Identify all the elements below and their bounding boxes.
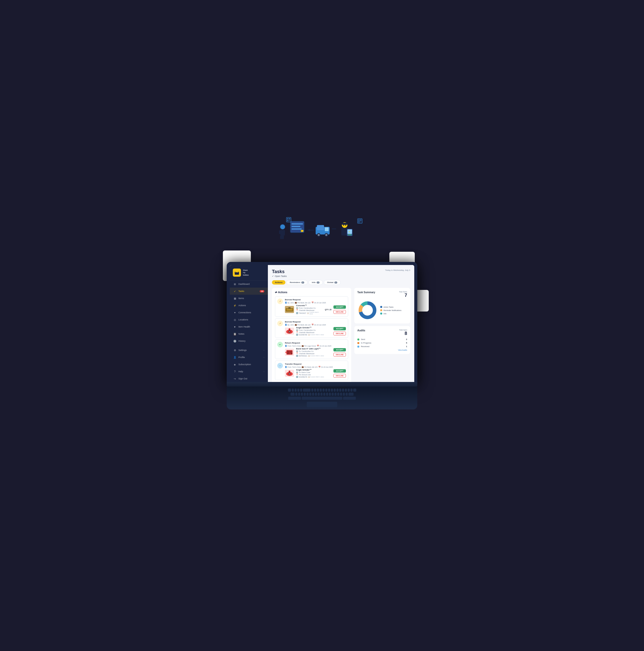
tasks-icon: ✓ — [233, 290, 236, 293]
key — [320, 393, 323, 396]
global-count: 2 — [334, 281, 337, 283]
date-icon-3: 📅 — [318, 366, 320, 368]
audit-label-sent: Sent — [361, 338, 405, 341]
key-spacebar — [302, 397, 342, 400]
key — [334, 393, 336, 396]
key — [317, 389, 319, 392]
laptop-screen: Share my toolbox ⊞ Dashboard ✓ Tasks 10 … — [227, 262, 417, 382]
sidebar-item-dashboard[interactable]: ⊞ Dashboard — [230, 280, 268, 288]
svg-point-25 — [343, 225, 344, 226]
audit-row-1: In Progress 5 — [357, 342, 407, 344]
svg-point-61 — [289, 374, 290, 374]
sidebar-item-notes[interactable]: 📋 Notes — [230, 330, 268, 337]
actions-panel-title: ⇄ Actions — [275, 291, 348, 294]
page-header-left: Tasks ✓ Open Tasks — [272, 269, 287, 277]
key — [345, 389, 347, 392]
warehouse-icon-1: 📍 — [296, 331, 298, 333]
accept-button-2[interactable]: ACCEPT — [333, 348, 346, 351]
page-title: Tasks — [272, 269, 287, 274]
job-icon-2: 💼 — [302, 345, 304, 347]
tab-reminders[interactable]: Reminders 4 — [286, 280, 308, 285]
decline-button-3[interactable]: DECLINE — [333, 374, 346, 378]
action-card-3: ↔ Transfer Request 👤 From: Tom's Crew — [275, 361, 348, 380]
action-item-info-1: Angle Grinder™ 🏢 From: Construction Co. … — [285, 327, 346, 336]
accept-button-3[interactable]: ACCEPT — [333, 369, 346, 373]
action-type-icon-2: ↩ — [277, 342, 283, 347]
key — [307, 393, 309, 396]
decline-button-2[interactable]: DECLINE — [333, 353, 346, 356]
action-from-0: 👤 By: John — [285, 302, 294, 304]
serial-icon-2: 🔢 — [296, 355, 298, 357]
audits-title: Audits — [357, 329, 365, 332]
keyboard-row-1 — [288, 389, 356, 392]
tab-actions[interactable]: Actions — [272, 280, 285, 284]
company-icon-3: 🏢 — [296, 371, 298, 373]
sidebar-item-locations[interactable]: ◎ Locations — [230, 316, 268, 323]
sidebar-item-tasks[interactable]: ✓ Tasks 10 — [230, 288, 268, 295]
sidebar-item-history[interactable]: 🕐 History › — [230, 337, 268, 345]
key — [334, 389, 336, 392]
svg-point-52 — [289, 331, 290, 332]
task-summary-card: Task Summary Total Tasks 7 — [354, 288, 410, 323]
scene-wrapper: T — [207, 211, 437, 440]
sidebar-item-actions[interactable]: ⚡ Actions — [230, 302, 268, 309]
key — [320, 389, 322, 392]
item-warehouse-3: 📍 Per Amount Job — [296, 374, 331, 376]
svg-point-17 — [318, 234, 320, 236]
date-icon-1: 📅 — [312, 324, 314, 326]
actions-panel-icon: ⇄ — [275, 291, 277, 294]
legend-item-2: Info — [380, 313, 401, 315]
key — [309, 393, 311, 396]
sidebar-item-connections[interactable]: ✦ Connections — [230, 309, 268, 316]
job-icon-0: 💼 — [295, 302, 297, 304]
action-card-2: ↩ Return Request 👤 From: Tom's Crew — [275, 340, 348, 359]
svg-rect-29 — [348, 235, 352, 235]
sidebar-item-help[interactable]: ? Help › — [230, 368, 268, 375]
tab-global[interactable]: Global 2 — [324, 280, 341, 285]
action-card-body-1: Borrow Request 👤 By: John 💼 — [285, 321, 346, 336]
key — [339, 389, 341, 392]
help-chevron: › — [263, 371, 264, 373]
key — [325, 389, 327, 392]
item-warehouse-1: 📍 Charlotte Warehouse — [296, 331, 331, 333]
sidebar-item-subscription[interactable]: ◈ Subscription — [230, 361, 268, 368]
view-audits-link[interactable]: View Audits — [357, 349, 407, 351]
accept-button-0[interactable]: ACCEPT — [333, 305, 346, 309]
action-meta-1: 👤 By: John 💼 Per Bank Job 122 — [285, 324, 346, 326]
svg-point-0 — [280, 224, 285, 229]
accept-button-1[interactable]: ACCEPT — [333, 327, 346, 330]
total-tasks-label: Total Tasks — [399, 291, 407, 293]
sidebar-item-item-health[interactable]: ♥ Item Health — [230, 323, 268, 330]
tab-info[interactable]: Info 2 — [309, 280, 323, 285]
donut-chart — [357, 300, 378, 320]
total-tasks: Total Tasks 7 — [399, 291, 407, 298]
signout-icon: ↪ — [233, 377, 236, 380]
key — [297, 389, 299, 392]
sidebar-item-settings[interactable]: ⚙ Settings › — [230, 347, 268, 354]
action-buttons-0: ACCEPT DECLINE — [333, 305, 346, 314]
history-chevron: › — [263, 340, 264, 342]
company-icon-0: 🏢 — [296, 307, 298, 309]
logo-icon — [233, 269, 241, 277]
key — [314, 389, 316, 392]
action-type-3: Transfer Request — [285, 363, 346, 365]
person-icon-2: 👤 — [285, 345, 287, 347]
legend-item-1: Reminder Notifications — [380, 309, 401, 311]
audit-dot-inprogress — [357, 342, 359, 344]
key — [351, 389, 353, 392]
svg-rect-33 — [289, 218, 290, 219]
decline-button-1[interactable]: DECLINE — [333, 332, 346, 335]
date-icon-0: 📅 — [312, 302, 314, 304]
key — [303, 389, 311, 392]
item-details-0: Concrete™ 🏢 From: Construction Co. 📍 — [296, 304, 323, 315]
svg-rect-2 — [279, 230, 281, 234]
company-icon-1: 🏢 — [296, 329, 298, 331]
serial-icon-0: 🔢 — [296, 312, 298, 314]
sidebar-item-signout[interactable]: ↪ Sign Out — [230, 375, 268, 382]
decline-button-0[interactable]: DECLINE — [333, 310, 346, 314]
svg-rect-35 — [289, 220, 290, 221]
sidebar-item-items[interactable]: ▦ Items — [230, 295, 268, 302]
audits-total-label: Total Open — [399, 329, 407, 331]
action-type-0: Borrow Request — [285, 299, 346, 301]
sidebar-item-profile[interactable]: 👤 Profile › — [230, 354, 268, 361]
